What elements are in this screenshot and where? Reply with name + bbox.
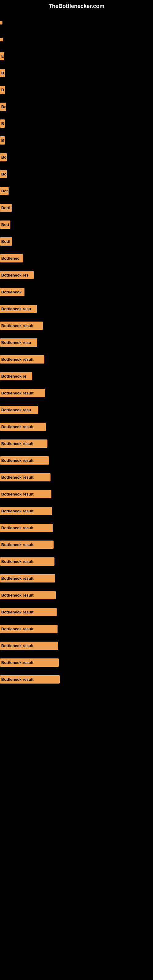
bar-label: Bottleneck result	[0, 608, 57, 616]
bar-row: B	[0, 65, 153, 81]
bar-label: Bo	[0, 103, 6, 111]
bar-row	[0, 31, 153, 48]
site-title: TheBottlenecker.com	[0, 0, 153, 11]
bar-row: Bottleneck result	[0, 671, 153, 688]
bar-row: Bottleneck result	[0, 503, 153, 519]
bar-row: Bottleneck result	[0, 317, 153, 334]
bar-label: Bottleneck result	[0, 439, 48, 448]
bar-label: Bo	[0, 170, 7, 178]
bar-row: Bottleneck res	[0, 267, 153, 283]
bar-label: Bottleneck result	[0, 541, 54, 549]
bar-row: Bottleneck result	[0, 385, 153, 401]
bar-row: Bottleneck result	[0, 654, 153, 671]
bar-row: Bottleneck result	[0, 351, 153, 368]
bar-label: Bott	[0, 221, 10, 229]
bar-row: B	[0, 115, 153, 132]
bar-row: Bottleneck result	[0, 418, 153, 435]
bar-label: Bottleneck result	[0, 591, 56, 599]
bar-row: Bottl	[0, 199, 153, 216]
bar-label: Bottleneck result	[0, 507, 52, 515]
bar-row	[0, 14, 153, 31]
bar-label: Bottleneck	[0, 288, 24, 296]
bar-label: B	[0, 136, 5, 145]
bar-row: Bo	[0, 98, 153, 115]
bar-row: Bottleneck result	[0, 469, 153, 486]
bar-label: Bottlenec	[0, 254, 23, 262]
bar-row: B	[0, 132, 153, 149]
bar-row: Bottleneck result	[0, 587, 153, 604]
bar-row: Bo	[0, 166, 153, 183]
bar-row: Bottleneck result	[0, 452, 153, 469]
bar-label: Bottl	[0, 237, 12, 246]
bar-label: B	[0, 69, 5, 77]
bar-label: Bottleneck result	[0, 524, 53, 532]
bar-row: Bottleneck result	[0, 604, 153, 620]
bar-label: Bo	[0, 153, 7, 161]
bar-label: Bottleneck result	[0, 355, 45, 364]
bar-label: Bottleneck res	[0, 271, 33, 279]
bar-label: Bottleneck re	[0, 372, 32, 380]
bar-label: Bottleneck result	[0, 659, 59, 667]
bar-row: Bo	[0, 149, 153, 166]
bar-row: Bottl	[0, 233, 153, 250]
bar-label: Bottleneck result	[0, 490, 51, 498]
bar-row: Bottleneck result	[0, 536, 153, 553]
bar-row: Bottleneck result	[0, 519, 153, 536]
bar-label: Bottleneck resu	[0, 305, 37, 313]
bar-label: Bottleneck result	[0, 557, 54, 566]
bar-row: Bottleneck result	[0, 486, 153, 503]
bar-label: Bottleneck result	[0, 675, 60, 684]
bar-label: B	[0, 86, 5, 94]
bar-row: Bottleneck resu	[0, 401, 153, 418]
bar-label: Bottleneck result	[0, 321, 43, 330]
bar-row: E	[0, 48, 153, 65]
bar-row: Bott	[0, 216, 153, 233]
page-container: TheBottlenecker.com EBBBoBBBoBoBotBottlB…	[0, 0, 153, 980]
bar-row: Bottleneck resu	[0, 301, 153, 317]
bar-row: B	[0, 81, 153, 98]
bars-container: EBBBoBBBoBoBotBottlBottBottlBottlenecBot…	[0, 11, 153, 691]
bar-row: Bottleneck	[0, 283, 153, 301]
bar-row: Bottleneck resu	[0, 334, 153, 351]
bar-row: Bottleneck result	[0, 553, 153, 570]
bar-row: Bottlenec	[0, 250, 153, 267]
bar-label	[0, 38, 3, 41]
bar-label: Bottleneck result	[0, 456, 49, 465]
bar-label: Bottleneck result	[0, 625, 57, 633]
bar-row: Bottleneck result	[0, 637, 153, 654]
bar-row: Bot	[0, 183, 153, 199]
bar-label: Bottleneck resu	[0, 406, 38, 414]
bar-row: Bottleneck re	[0, 368, 153, 385]
bar-row: Bottleneck result	[0, 435, 153, 452]
bar-label: Bottleneck result	[0, 473, 51, 481]
bar-label: Bottleneck result	[0, 641, 58, 650]
bar-label: Bottleneck result	[0, 389, 45, 397]
bar-label: Bottl	[0, 204, 12, 212]
bar-label: B	[0, 119, 5, 128]
bar-label: E	[0, 52, 4, 60]
bar-label: Bottleneck result	[0, 423, 46, 431]
bar-label	[0, 21, 2, 24]
bar-row: Bottleneck result	[0, 620, 153, 637]
bar-row: Bottleneck result	[0, 570, 153, 587]
bar-label: Bot	[0, 187, 9, 195]
bar-label: Bottleneck result	[0, 574, 55, 582]
bar-label: Bottleneck resu	[0, 339, 37, 347]
